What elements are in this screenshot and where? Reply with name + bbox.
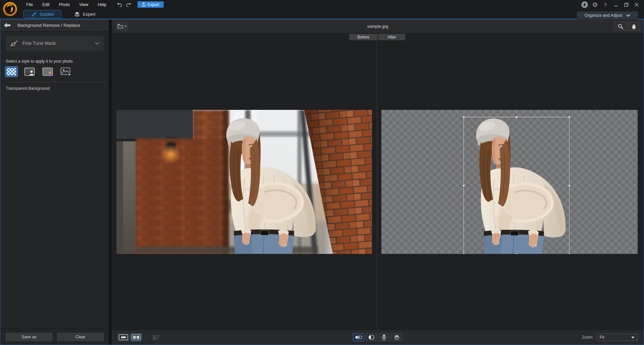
top-bottom-compare-button[interactable] bbox=[378, 333, 390, 341]
export-button[interactable]: Export bbox=[138, 1, 164, 8]
split-circle-horizontal-icon bbox=[392, 334, 402, 341]
gear-icon bbox=[592, 2, 598, 7]
side-by-side-icon bbox=[354, 334, 364, 341]
zoom-level-value: Fit bbox=[600, 335, 604, 340]
add-image-icon bbox=[60, 67, 71, 76]
menu-photo[interactable]: Photo bbox=[54, 2, 75, 7]
transparent-checker-icon bbox=[6, 67, 17, 76]
current-filename: sample.jpg bbox=[112, 19, 644, 33]
fine-tune-mask-label: Fine Tune Mask bbox=[22, 41, 56, 46]
selection-handle[interactable] bbox=[463, 116, 465, 118]
clear-button[interactable]: Clear bbox=[57, 333, 104, 341]
undo-icon bbox=[117, 2, 123, 7]
back-arrow-icon[interactable] bbox=[4, 22, 10, 28]
before-tab[interactable]: Before bbox=[349, 34, 378, 40]
viewer-header: sample.jpg bbox=[112, 19, 644, 33]
selected-style-label: Transparent Background bbox=[6, 86, 104, 91]
style-solid-color-background[interactable] bbox=[42, 67, 53, 76]
after-photo[interactable] bbox=[381, 110, 638, 254]
fine-tune-mask-button[interactable]: Fine Tune Mask bbox=[6, 36, 104, 50]
tab-guided-label: Guided bbox=[40, 12, 54, 17]
zoom-control-group: Zoom: Fit bbox=[582, 334, 638, 341]
restore-icon bbox=[624, 3, 629, 7]
side-by-side-compare-button[interactable] bbox=[353, 333, 364, 341]
menu-bar: File Edit Photo View Help Export bbox=[21, 0, 164, 9]
sidebar-header: Background Remove / Replace bbox=[0, 19, 109, 31]
compare-canvas[interactable]: Before After bbox=[112, 33, 644, 330]
chevron-down-icon bbox=[626, 14, 630, 17]
photo-viewer: sample.jpg Before After bbox=[112, 19, 644, 345]
redo-button[interactable] bbox=[124, 1, 133, 8]
notifications-button[interactable] bbox=[581, 1, 589, 8]
style-options bbox=[6, 67, 104, 76]
menu-view[interactable]: View bbox=[74, 2, 93, 7]
chevron-down-icon bbox=[95, 42, 99, 45]
person-cutout-icon bbox=[24, 67, 35, 76]
mode-tab-row: Guided Expert Organize and Adjust bbox=[0, 9, 644, 19]
split-view-button[interactable] bbox=[130, 333, 142, 341]
selection-handle[interactable] bbox=[568, 185, 571, 187]
minimize-icon bbox=[614, 3, 618, 7]
menu-file[interactable]: File bbox=[21, 2, 38, 7]
export-label: Export bbox=[148, 2, 159, 7]
viewer-nav-tools bbox=[614, 22, 640, 31]
magic-wand-icon bbox=[31, 11, 37, 17]
after-tab[interactable]: After bbox=[378, 34, 405, 40]
minimize-button[interactable] bbox=[612, 1, 620, 8]
guided-sidebar: Background Remove / Replace Fine Tune Ma… bbox=[0, 19, 109, 345]
apply-adjustments-button-disabled bbox=[150, 333, 162, 341]
workspace-dropdown[interactable]: Organize and Adjust bbox=[577, 11, 638, 19]
hand-icon bbox=[631, 23, 637, 29]
open-folder-button[interactable] bbox=[116, 22, 128, 30]
dropdown-arrow-icon bbox=[124, 25, 127, 27]
compare-mode-group bbox=[353, 333, 402, 341]
split-circle-vertical-icon bbox=[366, 334, 376, 341]
zoom-tool-button[interactable] bbox=[614, 22, 627, 31]
close-icon bbox=[635, 3, 639, 7]
menu-help[interactable]: Help bbox=[93, 2, 111, 7]
panel-title: Background Remove / Replace bbox=[17, 23, 80, 28]
close-button[interactable] bbox=[633, 1, 641, 8]
tab-expert[interactable]: Expert bbox=[71, 10, 98, 18]
split-view-icon bbox=[131, 334, 141, 340]
selection-handle[interactable] bbox=[568, 116, 571, 118]
menu-edit[interactable]: Edit bbox=[38, 2, 54, 7]
style-image-background[interactable] bbox=[60, 67, 71, 76]
tab-expert-label: Expert bbox=[83, 12, 96, 17]
selection-handle[interactable] bbox=[516, 253, 518, 254]
batch-apply-icon bbox=[152, 334, 160, 341]
content-area: Background Remove / Replace Fine Tune Ma… bbox=[0, 19, 644, 345]
help-button[interactable]: ? bbox=[601, 1, 609, 8]
magnifier-icon bbox=[618, 23, 624, 29]
restore-button[interactable] bbox=[622, 1, 630, 8]
window-controls: ? bbox=[581, 1, 641, 9]
save-as-button[interactable]: Save as bbox=[6, 333, 52, 341]
workspace-dropdown-label: Organize and Adjust bbox=[585, 13, 623, 18]
style-person-background[interactable] bbox=[24, 67, 35, 76]
zoom-label: Zoom: bbox=[582, 335, 593, 340]
bell-icon bbox=[581, 1, 588, 8]
top-bottom-icon bbox=[379, 334, 389, 341]
style-transparent-background[interactable] bbox=[6, 67, 17, 76]
single-view-button[interactable] bbox=[118, 333, 129, 341]
layers-icon bbox=[74, 11, 80, 17]
selection-handle[interactable] bbox=[516, 116, 518, 118]
selection-handle[interactable] bbox=[463, 253, 465, 254]
sidebar-header-separator bbox=[14, 22, 14, 29]
split-top-bottom-compare-button[interactable] bbox=[391, 333, 402, 341]
pan-tool-button[interactable] bbox=[628, 22, 640, 31]
selection-handle[interactable] bbox=[463, 185, 465, 187]
color-background-icon bbox=[42, 67, 53, 76]
view-mode-group bbox=[118, 333, 162, 341]
undo-button[interactable] bbox=[115, 1, 124, 8]
export-icon bbox=[142, 2, 146, 7]
toolbar-separator bbox=[146, 334, 146, 340]
before-photo[interactable] bbox=[116, 110, 372, 254]
split-left-right-compare-button[interactable] bbox=[366, 333, 377, 341]
tab-guided[interactable]: Guided bbox=[23, 10, 61, 18]
pane-divider bbox=[377, 41, 377, 330]
selection-handle[interactable] bbox=[568, 253, 571, 254]
settings-button[interactable] bbox=[591, 1, 599, 8]
single-view-icon bbox=[119, 334, 128, 340]
zoom-level-dropdown[interactable]: Fit bbox=[597, 334, 638, 341]
